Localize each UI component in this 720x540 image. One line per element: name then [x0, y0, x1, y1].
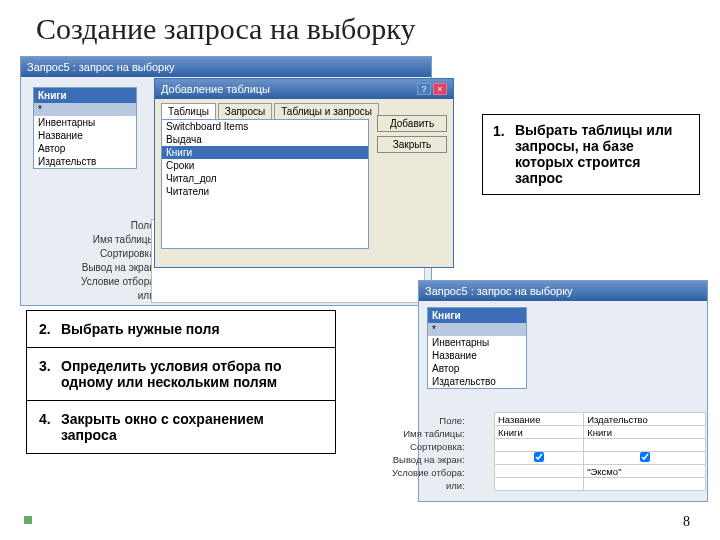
list-item[interactable]: Книги	[162, 146, 368, 159]
step-number: 2.	[39, 321, 51, 337]
field-item[interactable]: Автор	[428, 362, 526, 375]
cell-sort[interactable]	[584, 439, 706, 452]
instruction-step-3: 3. Определить условия отбора по одному и…	[27, 348, 335, 401]
label-field: Поле:	[81, 219, 158, 233]
cell-show[interactable]	[584, 452, 706, 465]
label-sort: Сортировка:	[392, 440, 465, 453]
instruction-step-2: 2. Выбрать нужные поля	[27, 311, 335, 348]
cell-or[interactable]	[584, 478, 706, 491]
list-item[interactable]: Выдача	[162, 133, 368, 146]
cell-show[interactable]	[495, 452, 584, 465]
table-name: Книги	[428, 308, 526, 323]
close-button[interactable]: Закрыть	[377, 136, 447, 153]
tab-tables[interactable]: Таблицы	[161, 103, 216, 119]
field-item[interactable]: *	[34, 103, 136, 116]
field-item[interactable]: Издательство	[428, 375, 526, 388]
field-item[interactable]: *	[428, 323, 526, 336]
instruction-step-4: 4. Закрыть окно с сохранением запроса	[27, 401, 335, 453]
qbe-row-labels: Поле: Имя таблицы: Сортировка: Вывод на …	[81, 219, 158, 303]
cell-field[interactable]: Название	[495, 413, 584, 426]
step-number: 4.	[39, 411, 51, 427]
slide-bullet-icon	[24, 516, 32, 524]
list-item[interactable]: Сроки	[162, 159, 368, 172]
show-checkbox[interactable]	[534, 452, 544, 462]
instruction-steps-234: 2. Выбрать нужные поля 3. Определить усл…	[26, 310, 336, 454]
cell-criteria[interactable]	[495, 465, 584, 478]
field-item[interactable]: Автор	[34, 142, 136, 155]
cell-table[interactable]: Книги	[495, 426, 584, 439]
cell-criteria[interactable]: "Эксмо"	[584, 465, 706, 478]
dialog-titlebar: Добавление таблицы ? ×	[155, 79, 453, 99]
window-title: Запрос5 : запрос на выборку	[425, 285, 573, 297]
step-text: Закрыть окно с сохранением запроса	[61, 411, 323, 443]
step-number: 3.	[39, 358, 51, 374]
label-or: или:	[392, 479, 465, 492]
add-button[interactable]: Добавить	[377, 115, 447, 132]
label-show: Вывод на экран:	[81, 261, 158, 275]
page-number: 8	[683, 514, 690, 530]
list-item[interactable]: Switchboard Items	[162, 120, 368, 133]
dialog-title: Добавление таблицы	[161, 83, 270, 95]
qbe-grid-2[interactable]: Название Издательство Книги Книги "Эксмо…	[494, 412, 706, 491]
window-titlebar: Запрос5 : запрос на выборку	[21, 57, 431, 77]
table-field-list[interactable]: Книги * Инвентарны Название Автор Издате…	[33, 87, 137, 169]
qbe-row-labels-2: Поле: Имя таблицы: Сортировка: Вывод на …	[392, 414, 465, 492]
tab-queries[interactable]: Запросы	[218, 103, 272, 119]
list-item[interactable]: Читатели	[162, 185, 368, 198]
tables-list[interactable]: Switchboard Items Выдача Книги Сроки Чит…	[161, 119, 369, 249]
show-checkbox[interactable]	[640, 452, 650, 462]
label-table: Имя таблицы:	[392, 427, 465, 440]
close-icon[interactable]: ×	[433, 83, 447, 95]
add-table-dialog: Добавление таблицы ? × Таблицы Запросы Т…	[154, 78, 454, 268]
instruction-step-1: 1. Выбрать таблицы или запросы, на базе …	[482, 114, 700, 195]
label-criteria: Условие отбора:	[392, 466, 465, 479]
label-field: Поле:	[392, 414, 465, 427]
cell-sort[interactable]	[495, 439, 584, 452]
table-field-list[interactable]: Книги * Инвентарны Название Автор Издате…	[427, 307, 527, 389]
field-item[interactable]: Инвентарны	[428, 336, 526, 349]
label-or: или:	[81, 289, 158, 303]
cell-table[interactable]: Книги	[584, 426, 706, 439]
field-item[interactable]: Название	[34, 129, 136, 142]
field-item[interactable]: Издательств	[34, 155, 136, 168]
step-number: 1.	[493, 123, 505, 139]
label-sort: Сортировка:	[81, 247, 158, 261]
label-table: Имя таблицы:	[81, 233, 158, 247]
list-item[interactable]: Читал_дол	[162, 172, 368, 185]
tab-both[interactable]: Таблицы и запросы	[274, 103, 379, 119]
field-item[interactable]: Название	[428, 349, 526, 362]
step-text: Выбрать нужные поля	[61, 321, 323, 337]
table-name: Книги	[34, 88, 136, 103]
window-titlebar: Запрос5 : запрос на выборку	[419, 281, 707, 301]
step-text: Определить условия отбора по одному или …	[61, 358, 323, 390]
window-title: Запрос5 : запрос на выборку	[27, 61, 175, 73]
cell-or[interactable]	[495, 478, 584, 491]
label-show: Вывод на экран:	[392, 453, 465, 466]
slide-title: Создание запроса на выборку	[0, 0, 720, 52]
field-item[interactable]: Инвентарны	[34, 116, 136, 129]
label-criteria: Условие отбора:	[81, 275, 158, 289]
cell-field[interactable]: Издательство	[584, 413, 706, 426]
help-icon[interactable]: ?	[417, 83, 431, 95]
step-text: Выбрать таблицы или запросы, на базе кот…	[493, 122, 689, 186]
